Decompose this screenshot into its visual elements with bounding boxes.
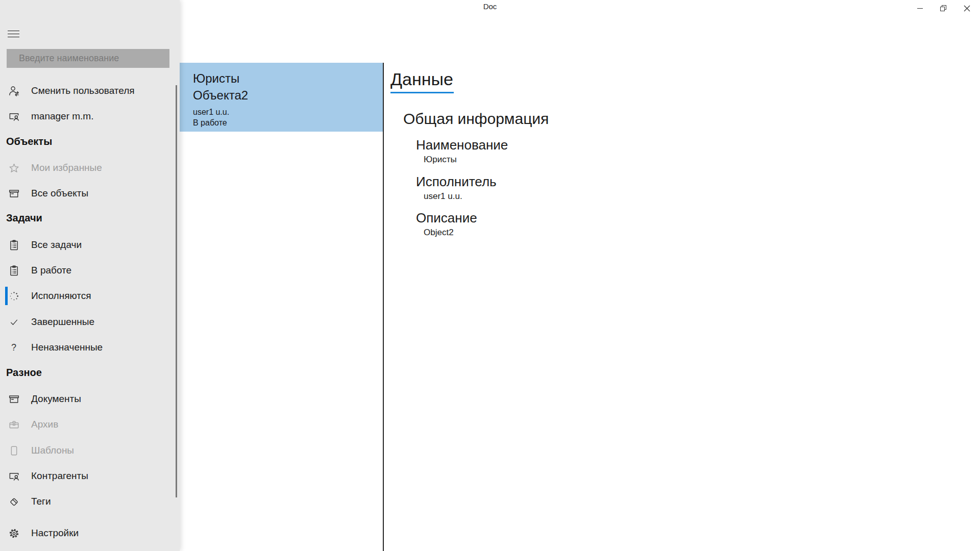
box-icon (8, 187, 20, 199)
sidebar-item-label: В работе (31, 265, 71, 276)
star-icon (8, 162, 20, 174)
sidebar-item-in-progress[interactable]: В работе (0, 260, 180, 281)
field-label-name: Наименование (416, 137, 508, 153)
sidebar-item-label: Сменить пользователя (31, 85, 135, 96)
field-value-description: Object2 (424, 228, 454, 238)
sidebar-item-settings[interactable]: Настройки (0, 523, 180, 543)
field-label-description: Описание (416, 210, 477, 226)
app-window: Doc (0, 0, 980, 551)
spinner-icon (8, 290, 20, 302)
restore-icon (940, 5, 946, 11)
field-label-assignee: Исполнитель (416, 174, 497, 190)
sidebar-item-label: Исполняются (31, 290, 91, 302)
panel-divider (383, 63, 384, 551)
contact-card-icon (8, 110, 20, 122)
hamburger-icon (8, 31, 19, 31)
sidebar-item-label: Завершенные (31, 316, 94, 328)
sidebar-item-tags[interactable]: Теги (0, 491, 180, 512)
sidebar-item-completed[interactable]: Завершенные (0, 312, 180, 332)
contact-card-icon (8, 470, 20, 482)
switch-user-icon (8, 85, 20, 97)
minimize-icon (917, 8, 923, 9)
close-button[interactable] (955, 0, 978, 16)
briefcase-icon (8, 418, 20, 431)
sidebar-section-misc: Разное (6, 367, 42, 379)
sidebar-item-all-objects[interactable]: Все объекты (0, 183, 180, 204)
minimize-button[interactable] (908, 0, 932, 16)
box-icon (8, 393, 20, 405)
sidebar-item-label: Документы (31, 393, 81, 405)
sidebar-item-label: Шаблоны (31, 445, 74, 456)
sidebar-item-archive: Архив (0, 414, 180, 435)
section-general-info: Общая информация (403, 110, 549, 128)
search-input[interactable] (7, 49, 169, 68)
sidebar-item-all-tasks[interactable]: Все задачи (0, 235, 180, 255)
sidebar-item-switch-user[interactable]: Сменить пользователя (0, 81, 180, 101)
check-icon (8, 316, 20, 328)
clipboard-list-icon (8, 264, 20, 277)
restore-button[interactable] (932, 0, 955, 16)
sidebar-item-label: Теги (31, 496, 51, 507)
sidebar-section-tasks: Задачи (6, 212, 42, 224)
hamburger-button[interactable] (6, 26, 24, 42)
sidebar-item-label: Все задачи (31, 239, 82, 251)
sidebar-item-unassigned[interactable]: ? Неназначенные (0, 337, 180, 358)
sidebar-item-executing[interactable]: Исполняются (0, 286, 180, 306)
sidebar-item-documents[interactable]: Документы (0, 389, 180, 409)
task-list-item-selected[interactable]: Юристы Объекта2 user1 u.u. В работе (180, 63, 383, 132)
sidebar-item-label: Архив (31, 419, 58, 430)
sidebar-item-counterparties[interactable]: Контрагенты (0, 466, 180, 486)
field-value-assignee: user1 u.u. (424, 191, 462, 202)
tab-data[interactable]: Данные (390, 69, 454, 93)
window-controls (908, 0, 978, 16)
clipboard-list-icon (8, 239, 20, 251)
sidebar-item-label: Контрагенты (31, 470, 88, 482)
field-value-name: Юристы (424, 155, 457, 165)
task-list-panel: Юристы Объекта2 user1 u.u. В работе (180, 0, 383, 551)
sidebar-item-label: Мои избранные (31, 162, 102, 173)
question-icon: ? (8, 341, 20, 354)
sidebar-item-label: manager m.m. (31, 111, 93, 122)
task-title-line2: Объекта2 (193, 87, 378, 104)
sidebar-item-label: Неназначенные (31, 342, 103, 353)
sidebar-item-templates: Шаблоны (0, 440, 180, 461)
template-icon (8, 444, 20, 457)
sidebar-item-label: Все объекты (31, 188, 88, 199)
sidebar: Сменить пользователя manager m.m. Объект… (0, 0, 180, 551)
sidebar-scrollbar[interactable] (176, 85, 177, 497)
gear-icon (8, 527, 20, 539)
sidebar-item-current-user[interactable]: manager m.m. (0, 106, 180, 127)
task-assignee: user1 u.u. (193, 107, 378, 117)
tag-icon (8, 495, 20, 508)
close-icon (964, 5, 970, 12)
sidebar-section-objects: Объекты (6, 136, 52, 147)
sidebar-item-label: Настройки (31, 528, 79, 539)
sidebar-item-favorites: Мои избранные (0, 158, 180, 178)
task-title-line1: Юристы (193, 70, 378, 87)
task-status: В работе (193, 117, 378, 128)
